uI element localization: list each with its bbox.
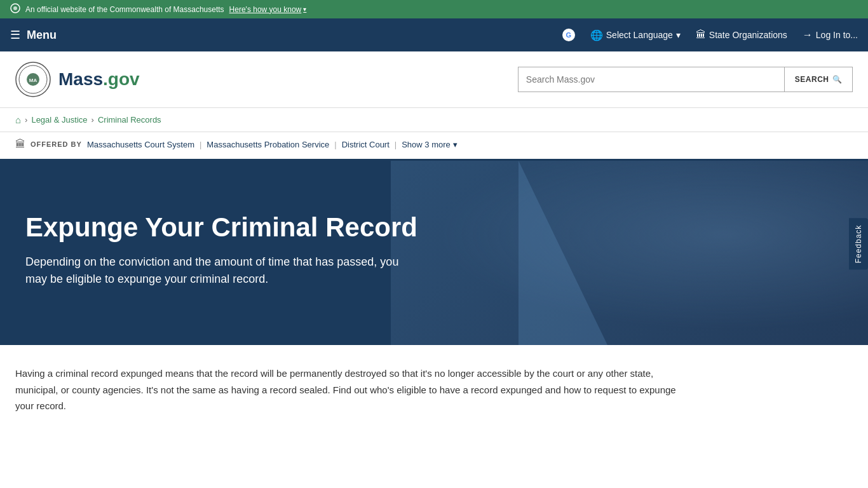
menu-button[interactable]: ☰ Menu — [10, 28, 57, 42]
svg-text:MA: MA — [29, 78, 37, 83]
search-area: SEARCH 🔍 — [518, 67, 853, 92]
separator-1: | — [200, 140, 201, 149]
hamburger-icon: ☰ — [10, 28, 20, 42]
logo-link[interactable]: MA Mass.gov — [15, 62, 140, 97]
mass-seal: MA — [15, 62, 51, 97]
legal-justice-link[interactable]: Legal & Justice — [31, 115, 87, 125]
separator-3: | — [395, 140, 397, 149]
main-content: Having a criminal record expunged means … — [0, 345, 699, 435]
search-button[interactable]: SEARCH 🔍 — [785, 67, 853, 92]
hero-triangle-decoration — [519, 161, 607, 345]
search-button-label: SEARCH — [795, 75, 829, 84]
google-translate-icon[interactable]: G — [562, 29, 575, 41]
log-in-button[interactable]: → Log In to... — [803, 29, 858, 41]
page-title: Expunge Your Criminal Record — [25, 212, 470, 243]
offered-by-label: OFFERED BY — [31, 140, 82, 148]
seal-icon — [10, 3, 20, 15]
logo-text: Mass.gov — [58, 69, 140, 90]
site-header: MA Mass.gov SEARCH 🔍 — [0, 51, 868, 108]
chevron-down-icon: ▾ — [303, 6, 306, 13]
svg-point-1 — [13, 6, 17, 10]
home-link[interactable]: ⌂ — [15, 114, 21, 125]
login-icon: → — [803, 29, 813, 41]
hero-subtitle: Depending on the conviction and the amou… — [25, 254, 407, 288]
breadcrumb: ⌂ › Legal & Justice › Criminal Records — [0, 108, 868, 132]
feedback-button[interactable]: Feedback — [849, 219, 868, 270]
criminal-records-link[interactable]: Criminal Records — [98, 115, 161, 125]
search-input[interactable] — [518, 67, 785, 92]
feedback-tab-wrapper: Feedback — [849, 219, 868, 270]
offered-by-icon: 🏛 — [15, 139, 25, 150]
probation-service-link[interactable]: Massachusetts Probation Service — [207, 140, 329, 149]
hero-banner: Expunge Your Criminal Record Depending o… — [0, 161, 868, 345]
chevron-down-icon: ▾ — [676, 30, 681, 40]
nav-bar: ☰ Menu G 🌐 Select Language ▾ 🏛 State Org… — [0, 18, 868, 51]
state-organizations-button[interactable]: 🏛 State Organizations — [696, 29, 787, 41]
search-icon: 🔍 — [832, 75, 843, 84]
menu-label: Menu — [27, 29, 57, 42]
how-to-know-link[interactable]: Here's how you know ▾ — [229, 5, 307, 14]
breadcrumb-sep-1: › — [25, 115, 27, 125]
globe-icon: 🌐 — [590, 29, 603, 41]
hero-content: Expunge Your Criminal Record Depending o… — [25, 212, 470, 288]
chevron-down-icon: ▾ — [453, 140, 458, 149]
building-icon: 🏛 — [696, 29, 706, 41]
court-system-link[interactable]: Massachusetts Court System — [87, 140, 194, 149]
show-more-button[interactable]: Show 3 more ▾ — [402, 140, 458, 149]
body-text: Having a criminal record expunged means … — [15, 365, 684, 414]
select-language-button[interactable]: 🌐 Select Language ▾ — [590, 29, 681, 41]
home-icon: ⌂ — [15, 114, 21, 125]
logo-dot-gov: .gov — [103, 69, 140, 89]
district-court-link[interactable]: District Court — [342, 140, 390, 149]
offered-by-bar: 🏛 OFFERED BY Massachusetts Court System … — [0, 132, 868, 161]
breadcrumb-sep-2: › — [92, 115, 94, 125]
nav-right: G 🌐 Select Language ▾ 🏛 State Organizati… — [562, 29, 858, 41]
official-text: An official website of the Commonwealth … — [25, 5, 224, 14]
separator-2: | — [334, 140, 336, 149]
official-bar: An official website of the Commonwealth … — [0, 0, 868, 18]
